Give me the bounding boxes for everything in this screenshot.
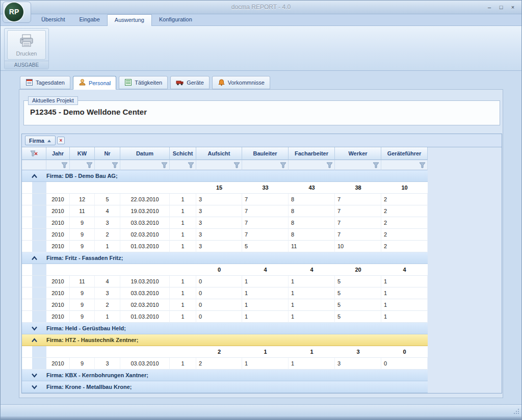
- window-bottom-edge: [1, 416, 521, 419]
- tab-geraete[interactable]: Geräte: [170, 76, 210, 89]
- table-row[interactable]: 20109101.03.2010101151: [22, 311, 428, 323]
- ribbon-tab-eingabe[interactable]: Eingabe: [72, 14, 107, 25]
- chevron-up-icon: [31, 338, 38, 343]
- data-grid: Firma × JahrKWNrDatumSchichtAufsichtBaul…: [21, 134, 502, 393]
- group-expand-button[interactable]: [22, 381, 46, 392]
- column-header-datum[interactable]: Datum: [120, 147, 170, 160]
- filter-cell-nr[interactable]: [95, 160, 120, 170]
- filter-cell-facharbeiter[interactable]: [289, 160, 335, 170]
- filter-cell-werker[interactable]: [335, 160, 381, 170]
- column-header-jahr[interactable]: Jahr: [46, 147, 70, 160]
- tab-label: Vorkommnisse: [228, 80, 265, 86]
- maximize-button[interactable]: □: [497, 4, 506, 11]
- group-row[interactable]: Firma: DB - Demo Bau AG;: [22, 170, 428, 182]
- remove-grouping-button[interactable]: ×: [57, 137, 65, 144]
- column-header-facharbeiter[interactable]: Facharbeiter: [289, 147, 335, 160]
- chevron-down-icon: [31, 373, 38, 378]
- cell: 2: [95, 229, 120, 241]
- table-row[interactable]: 20109303.03.2010121130: [22, 358, 428, 370]
- summary-value: 4: [289, 264, 335, 276]
- table-row[interactable]: 201012522.03.2010137872: [22, 194, 428, 205]
- filter-cell[interactable]: [22, 160, 46, 170]
- column-header-werker[interactable]: Werker: [335, 147, 381, 160]
- cell: 1: [289, 358, 335, 370]
- group-row[interactable]: Firma: KBX - Kernbohrungen Xantner;: [22, 370, 428, 381]
- tab-vorkommnisse[interactable]: Vorkommnisse: [212, 76, 270, 89]
- filter-cell-geräteführer[interactable]: [381, 160, 428, 170]
- app-logo[interactable]: RP: [5, 3, 23, 21]
- summary-value: 1: [289, 346, 335, 358]
- group-row[interactable]: Firma: Krone - Metallbau Krone;: [22, 381, 428, 393]
- filter-icon: [161, 162, 168, 168]
- cell: 1: [242, 299, 289, 311]
- column-header-kw[interactable]: KW: [70, 147, 95, 160]
- group-row[interactable]: Firma: Held - Gerüstbau Held;: [22, 323, 428, 334]
- cell: 2: [196, 358, 242, 370]
- ribbon-body: Drucken AUSGABE: [1, 26, 521, 71]
- chevron-down-icon: [31, 326, 38, 331]
- filter-cell-bauleiter[interactable]: [242, 160, 289, 170]
- table-row[interactable]: 20109303.03.2010101151: [22, 287, 428, 299]
- print-button[interactable]: Drucken: [7, 30, 46, 60]
- cell: 8: [289, 194, 335, 205]
- grid-rows: JahrKWNrDatumSchichtAufsichtBauleiterFac…: [22, 147, 502, 393]
- group-by-bar[interactable]: Firma ×: [22, 134, 502, 147]
- summary-value: 3: [335, 346, 381, 358]
- project-title: P12345 - Demo Welldone Center: [24, 101, 500, 116]
- close-button[interactable]: ×: [508, 4, 517, 11]
- clear-filter-button[interactable]: [22, 147, 46, 160]
- table-row[interactable]: 201011419.03.2010101151: [22, 276, 428, 287]
- group-summary-row: 21130: [22, 346, 428, 358]
- group-expand-button[interactable]: [22, 334, 46, 346]
- group-expand-button[interactable]: [22, 323, 46, 334]
- resize-grip[interactable]: [518, 413, 519, 414]
- filter-cell-kw[interactable]: [70, 160, 95, 170]
- ribbon-tab-auswertung[interactable]: Auswertung: [107, 14, 152, 26]
- filter-icon: [419, 162, 426, 168]
- column-header-bauleiter[interactable]: Bauleiter: [242, 147, 289, 160]
- cell: 11: [70, 205, 95, 217]
- tab-personal[interactable]: Personal: [73, 76, 116, 90]
- minimize-button[interactable]: –: [485, 4, 494, 11]
- group-expand-button[interactable]: [22, 170, 46, 181]
- table-row[interactable]: 20109303.03.2010137872: [22, 217, 428, 229]
- filter-cell-aufsicht[interactable]: [196, 160, 242, 170]
- ribbon-tab-konfiguration[interactable]: Konfiguration: [152, 14, 199, 25]
- group-row[interactable]: Firma: HTZ - Haustechnik Zentner;: [22, 334, 428, 346]
- table-row[interactable]: 20109202.03.2010101151: [22, 299, 428, 311]
- cell: 1: [95, 241, 120, 252]
- summary-value: 33: [242, 182, 289, 194]
- cell: 03.03.2010: [120, 217, 170, 229]
- summary-empty-cell: [70, 182, 95, 194]
- filter-cell-schicht[interactable]: [170, 160, 196, 170]
- group-row[interactable]: Firma: Fritz - Fassaden Fritz;: [22, 252, 428, 264]
- filter-cell-jahr[interactable]: [46, 160, 70, 170]
- table-row[interactable]: 20109101.03.201013511102: [22, 241, 428, 252]
- cell: 8: [289, 217, 335, 229]
- filter-cell-datum[interactable]: [120, 160, 170, 170]
- group-indent: [22, 264, 46, 276]
- group-summary-row: 044204: [22, 264, 428, 276]
- group-expand-button[interactable]: [22, 370, 46, 381]
- print-button-label: Drucken: [16, 50, 37, 57]
- title-bar[interactable]: docma REPORT - 4.0 – □ ×: [1, 1, 521, 14]
- table-row[interactable]: 201011419.03.2010137872: [22, 205, 428, 217]
- view-tab-bar: Tagesdaten Personal Tätigkeiten Geräte V…: [20, 76, 270, 89]
- table-row[interactable]: 20109202.03.2010137872: [22, 229, 428, 241]
- incident-icon: [218, 78, 225, 87]
- group-indent: [22, 276, 46, 287]
- tab-taetigkeiten[interactable]: Tätigkeiten: [119, 76, 168, 89]
- summary-empty-cell: [170, 346, 196, 358]
- column-header-schicht[interactable]: Schicht: [170, 147, 196, 160]
- cell: 2010: [46, 241, 70, 252]
- column-header-aufsicht[interactable]: Aufsicht: [196, 147, 242, 160]
- column-header-nr[interactable]: Nr: [95, 147, 120, 160]
- group-expand-button[interactable]: [22, 252, 46, 264]
- cell: 1: [289, 299, 335, 311]
- ribbon-tab-uebersicht[interactable]: Übersicht: [34, 14, 72, 25]
- tab-tagesdaten[interactable]: Tagesdaten: [20, 76, 70, 89]
- group-by-pill-firma[interactable]: Firma: [25, 136, 56, 145]
- column-header-geräteführer[interactable]: Geräteführer: [381, 147, 428, 160]
- cell: 1: [170, 217, 196, 229]
- current-project-box: Aktuelles Projekt P12345 - Demo Welldone…: [23, 100, 500, 125]
